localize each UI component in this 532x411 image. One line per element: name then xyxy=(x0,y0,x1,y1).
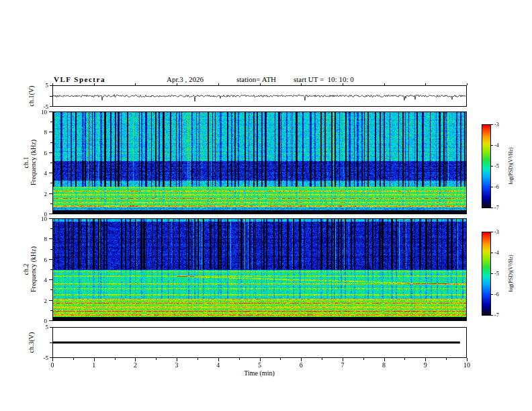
time-tick-label: 6 xyxy=(296,362,306,369)
time-tick-label: 2 xyxy=(130,362,140,369)
ch1-spectrogram-canvas xyxy=(53,112,466,214)
ch1-waveform-ylabel: ch.1(V) xyxy=(28,86,35,107)
freq-minor-tick xyxy=(50,142,52,143)
ch2-colorbar-canvas xyxy=(482,232,490,315)
freq-major-tick xyxy=(49,152,52,153)
station-label: station= ATH xyxy=(236,75,276,83)
ch2-frequency-axis-label: Frequency (kHz) xyxy=(30,246,37,292)
time-top-tick xyxy=(177,83,177,85)
freq-major-tick xyxy=(49,259,52,260)
colorbar-tick xyxy=(491,187,493,187)
time-top-tick xyxy=(343,83,343,85)
colorbar-tick-label: -6 xyxy=(494,184,506,191)
colorbar-tick xyxy=(491,124,493,125)
time-tick-label: 1 xyxy=(89,362,99,369)
time-top-tick xyxy=(135,83,136,85)
time-tick-label: 9 xyxy=(420,362,431,369)
time-minor-tick xyxy=(239,358,240,360)
freq-tick-label: 4 xyxy=(34,170,47,177)
freq-minor-tick xyxy=(50,269,52,270)
colorbar-tick xyxy=(491,315,493,316)
volt-tick xyxy=(50,342,52,343)
time-minor-tick xyxy=(115,358,116,360)
time-top-tick xyxy=(301,83,302,85)
freq-tick-label: 6 xyxy=(34,150,47,156)
freq-minor-tick xyxy=(50,310,52,311)
freq-minor-tick xyxy=(50,122,52,122)
time-top-tick xyxy=(218,83,219,85)
ch3-ymax-label: 5 xyxy=(34,324,48,330)
freq-tick-label: 2 xyxy=(34,191,47,197)
time-top-tick xyxy=(425,83,426,85)
ch3-waveform-canvas xyxy=(53,328,466,357)
volt-tick xyxy=(50,327,52,328)
colorbar-tick xyxy=(491,273,493,274)
freq-minor-tick xyxy=(50,163,52,163)
colorbar-tick xyxy=(491,166,493,167)
colorbar-tick xyxy=(491,232,493,232)
freq-major-tick xyxy=(49,132,52,132)
ch1-channel-label: ch.1 xyxy=(22,140,30,185)
time-minor-tick xyxy=(404,358,405,360)
time-minor-tick xyxy=(197,358,198,360)
time-tick-label: 4 xyxy=(213,362,224,369)
time-minor-tick xyxy=(73,358,74,360)
volt-tick xyxy=(50,85,52,86)
time-minor-tick xyxy=(363,358,364,360)
colorbar-tick xyxy=(491,145,493,146)
time-minor-tick xyxy=(280,358,281,360)
freq-major-tick xyxy=(49,193,52,194)
freq-tick-label: 8 xyxy=(34,236,47,242)
freq-major-tick xyxy=(49,238,52,239)
volt-tick xyxy=(50,96,52,97)
date-label: Apr.3 , 2026 xyxy=(167,75,204,83)
time-tick-label: 8 xyxy=(379,362,390,369)
colorbar-tick xyxy=(491,208,493,208)
ch3-waveform-ylabel: ch.3(V) xyxy=(28,332,35,353)
colorbar-tick-label: -7 xyxy=(494,205,506,212)
time-top-tick xyxy=(94,83,95,85)
time-minor-tick xyxy=(446,358,447,360)
ch2-spectrogram-canvas xyxy=(53,219,466,320)
time-top-tick xyxy=(467,83,468,85)
freq-tick-label: 6 xyxy=(34,257,47,263)
time-tick-label: 10 xyxy=(461,362,472,369)
vlf-spectra-figure: VLF Spectra Apr.3 , 2026 station= ATH st… xyxy=(0,0,532,411)
time-minor-tick xyxy=(156,358,157,360)
ch2-spectrogram-panel xyxy=(52,218,467,321)
ch1-spectrogram-panel xyxy=(52,111,467,214)
time-tick-label: 0 xyxy=(47,362,58,369)
ch1-spectrogram-ylabel: ch.1 Frequency (kHz) xyxy=(22,140,37,185)
freq-tick-label: 8 xyxy=(34,129,47,136)
freq-major-tick xyxy=(49,173,52,173)
colorbar-tick xyxy=(491,253,493,253)
freq-major-tick xyxy=(49,214,52,214)
ch1-colorbar-canvas xyxy=(482,125,490,208)
freq-tick-label: 4 xyxy=(34,277,47,283)
ch1-ymax-label: 5 xyxy=(34,82,48,89)
figure-title: VLF Spectra xyxy=(54,75,105,83)
time-tick-label: 5 xyxy=(255,362,265,369)
volt-tick xyxy=(50,357,52,358)
time-tick-label: 7 xyxy=(337,362,348,369)
colorbar-tick-label: -3 xyxy=(494,122,506,128)
ch3-waveform-panel xyxy=(52,327,467,358)
freq-minor-tick xyxy=(50,249,52,250)
ch2-spectrogram-ylabel: ch.2 Frequency (kHz) xyxy=(22,246,37,292)
freq-minor-tick xyxy=(50,203,52,204)
time-top-tick xyxy=(260,83,261,85)
time-top-tick xyxy=(52,83,53,85)
colorbar-tick xyxy=(491,294,493,295)
freq-tick-label: 2 xyxy=(34,298,47,304)
colorbar-tick-label: -5 xyxy=(494,163,506,170)
freq-minor-tick xyxy=(50,183,52,183)
ch1-waveform-panel xyxy=(52,85,467,107)
freq-major-tick xyxy=(49,279,52,280)
ch1-waveform-canvas xyxy=(53,86,466,106)
colorbar-tick-label: -4 xyxy=(494,250,506,257)
time-axis-label: Time (min) xyxy=(226,370,293,377)
freq-minor-tick xyxy=(50,289,52,290)
freq-major-tick xyxy=(49,300,52,301)
ch1-frequency-axis-label: Frequency (kHz) xyxy=(30,140,37,185)
time-minor-tick xyxy=(322,358,322,360)
